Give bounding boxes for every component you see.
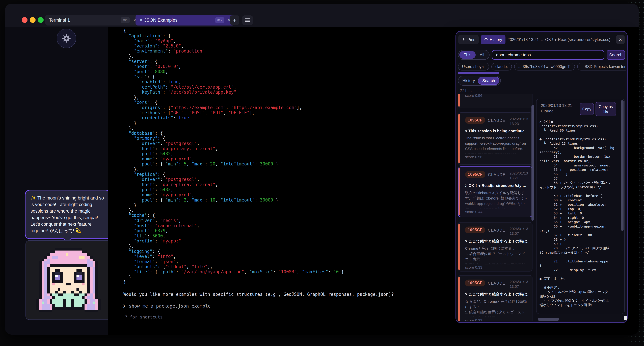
copy-button[interactable]: Copy — [580, 103, 594, 115]
search-button[interactable]: Search — [606, 50, 625, 60]
score-label: score 0.44 — [465, 210, 528, 214]
history-label: History — [490, 37, 502, 42]
result-title: > ここで離すと結合するよ！の時は… — [465, 292, 528, 297]
menu-button[interactable] — [242, 16, 253, 25]
mascot-speech-bubble: ✨ The moon's shining bright and so is yo… — [25, 190, 111, 239]
session-badge: 1095CF — [465, 171, 485, 178]
list-scrollbar[interactable] — [532, 105, 534, 221]
copy-as-file-button[interactable]: Copy as file — [596, 102, 616, 116]
pins-tab[interactable]: Pins — [458, 35, 479, 44]
source-label: CLAUDE — [488, 228, 506, 233]
list-item[interactable]: score 0.56 — [458, 94, 532, 108]
pin-icon — [462, 38, 466, 42]
score-label: score 0.56 — [465, 94, 482, 98]
result-title: > OK！● Read(src/renderer/styl… — [465, 183, 528, 188]
source-label: CLAUDE — [488, 118, 506, 123]
close-icon: × — [619, 37, 622, 43]
list-item[interactable]: 1095CF CLAUDE 2026/01/1313:23 > This ses… — [458, 112, 532, 165]
timestamp: 2026/01/1313:23 — [510, 117, 528, 126]
search-row: This All Search — [458, 50, 625, 60]
session-badge: 1095CF — [465, 117, 485, 124]
source-label: CLAUDE — [488, 281, 506, 286]
shortcuts-hint: ? for shortcuts — [125, 315, 163, 319]
new-tab-button[interactable]: + — [230, 16, 239, 25]
panel-header: Pins History 2026/01/13 13:21 ← OK ! ● R… — [456, 32, 627, 48]
tab-label: Terminal 1 — [49, 18, 70, 23]
pins-label: Pins — [468, 37, 475, 42]
clock-icon — [484, 38, 488, 42]
panel-title: 2026/01/13 13:21 ← OK ! ● Read(src/rende… — [508, 37, 614, 42]
filter-chips-row: Users-shoya- claude. ...-39s7hd3xs01wnw0… — [458, 63, 626, 71]
detail-content: > OK！● Read(src/renderer/styles.css) └ R… — [540, 120, 620, 307]
tab-label: ✳ JSON Examples — [139, 18, 178, 23]
mode-toggle[interactable]: History Search — [458, 76, 501, 86]
score-label: score 0.33 — [465, 265, 528, 270]
left-sidebar: ✨ The moon's shining bright and so is yo… — [5, 27, 108, 334]
timestamp: 2026/01/1313:57 — [510, 279, 528, 289]
results-list[interactable]: score 0.56 1095CF CLAUDE 2026/01/1313:23… — [457, 94, 535, 321]
result-snippet: なるほど、Chromeと完全に同じ挙動にする： 1. 統合可能な位置に来たらゴー… — [465, 299, 528, 318]
filter-chip[interactable]: Users-shoya- — [458, 63, 489, 71]
mode-search[interactable]: Search — [478, 77, 500, 85]
traffic-light-minimize[interactable] — [30, 17, 36, 23]
traffic-light-close[interactable] — [22, 17, 28, 23]
scope-this[interactable]: This — [459, 51, 476, 59]
session-badge: 1095CF — [465, 226, 485, 233]
mascot-pixel-avatar — [34, 248, 103, 312]
detail-horizontal-scrollbar[interactable] — [538, 318, 559, 321]
tab-shortcut-badge: ⌘1 — [121, 17, 130, 23]
timestamp: 2026/01/1313:57 — [510, 226, 528, 236]
score-label: score 0.33 — [465, 318, 528, 321]
tab-json-examples[interactable]: ✳ JSON Examples ⌘2 × — [136, 15, 234, 26]
search-input[interactable] — [492, 50, 604, 60]
tab-shortcut-badge: ⌘2 — [215, 17, 224, 23]
filter-chip[interactable]: ...SSD-Projects-kawaii-terr — [577, 63, 626, 71]
detail-pane: 2026/01/13 13:21 ·Claude Copy Copy as fi… — [536, 99, 625, 314]
resize-handle[interactable] — [624, 316, 627, 320]
hamburger-icon — [245, 18, 250, 23]
scope-all[interactable]: All — [476, 53, 488, 57]
mascot-message: ✨ The moon's shining bright and so is yo… — [30, 195, 104, 233]
hits-count: 27 hits — [460, 88, 472, 93]
history-tab[interactable]: History — [481, 35, 506, 44]
timestamp: 2026/01/1313:21 — [510, 171, 528, 180]
list-item[interactable]: 1095CF CLAUDE 2026/01/1313:57 > ここで離すと結合… — [458, 275, 532, 321]
prompt-box[interactable]: ❯ — [119, 301, 456, 311]
plus-icon: + — [233, 17, 236, 24]
list-item[interactable]: 1095CF CLAUDE 2026/01/1313:57 > ここで離すと結合… — [458, 222, 532, 271]
traffic-light-zoom[interactable] — [38, 17, 44, 23]
titlebar[interactable]: Terminal 1 ⌘1 × ✳ JSON Examples ⌘2 × + — [5, 4, 639, 27]
assistant-question: Would you like more examples with specif… — [124, 292, 394, 297]
detail-scrollbar[interactable] — [621, 100, 624, 231]
prompt-icon: ❯ — [123, 303, 126, 308]
result-title: > This session is being continue… — [465, 129, 528, 133]
score-label: score 0.56 — [465, 155, 528, 159]
list-item-selected[interactable]: 1095CF CLAUDE 2026/01/1313:21 > OK！● Rea… — [458, 166, 532, 217]
filter-chip[interactable]: claude. — [492, 63, 512, 71]
detail-timestamp: 2026/01/13 13:21 ·Claude — [541, 103, 575, 114]
result-snippet: 現在のtitlebarのスタイルを確認します。問題は `::before` 疑似… — [465, 190, 528, 209]
mascot-card — [26, 240, 111, 320]
filter-chip[interactable]: ...-39s7hd3xs01wnw0000gn-T- — [514, 63, 575, 71]
chips-scroll-indicator[interactable] — [458, 72, 499, 74]
history-panel: Pins History 2026/01/13 13:21 ← OK ! ● R… — [456, 31, 628, 323]
source-label: CLAUDE — [488, 172, 506, 177]
gear-icon — [62, 34, 71, 43]
settings-button[interactable] — [57, 29, 76, 48]
result-title: > ここで離すと結合するよ！の時は… — [465, 239, 528, 244]
prompt-input[interactable] — [128, 303, 431, 309]
session-badge: 1095CF — [465, 279, 485, 286]
result-snippet: The issue is that Electron doesn't suppo… — [465, 135, 528, 154]
panel-close-button[interactable]: × — [616, 35, 625, 44]
json-output: { "application": { "name": "MyApp", "ver… — [124, 28, 344, 285]
scope-toggle[interactable]: This All — [458, 50, 490, 60]
mode-history[interactable]: History — [459, 78, 478, 83]
tab-terminal-1[interactable]: Terminal 1 ⌘1 × — [45, 15, 140, 26]
result-snippet: Chromeと完全に同じにする： 1. 統合可能位置でゴーストウィンドウ非表示 … — [465, 246, 528, 265]
app-window: Terminal 1 ⌘1 × ✳ JSON Examples ⌘2 × + — [5, 4, 639, 334]
